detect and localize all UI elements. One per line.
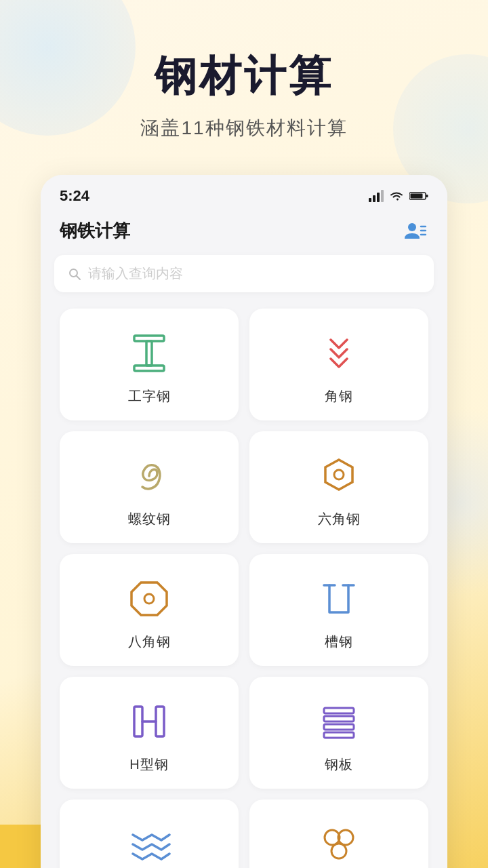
- search-icon: [68, 267, 81, 281]
- grid-item-gangban[interactable]: 钢板: [249, 677, 428, 789]
- svg-point-19: [144, 594, 154, 604]
- battery-icon: [409, 191, 428, 201]
- grid-item-jiaogang[interactable]: 角钢: [249, 309, 428, 420]
- svg-rect-1: [373, 195, 375, 202]
- oct-label: 八角钢: [128, 633, 171, 651]
- angle-label: 角钢: [325, 387, 353, 406]
- grid-item-bajiao[interactable]: 八角钢: [60, 554, 239, 666]
- grid-item-gongzugang[interactable]: 工字钢: [60, 309, 239, 420]
- svg-rect-23: [156, 707, 164, 736]
- grid-item-liujiao[interactable]: 六角钢: [249, 431, 428, 543]
- app-header: 钢铁计算: [41, 210, 447, 255]
- wifi-icon: [389, 191, 404, 201]
- items-grid: 工字钢 角钢 螺纹钢: [41, 303, 447, 868]
- status-bar: 5:24: [41, 175, 447, 210]
- signal-icon: [369, 190, 384, 202]
- seamless-pipe-icon: [314, 820, 363, 868]
- user-list-icon: [403, 221, 426, 240]
- oct-icon: [125, 574, 174, 623]
- status-time: 5:24: [60, 187, 89, 205]
- svg-point-17: [334, 470, 344, 479]
- grid-item-hxing[interactable]: H型钢: [60, 677, 239, 789]
- svg-point-7: [408, 223, 416, 231]
- svg-rect-27: [324, 724, 354, 730]
- svg-rect-28: [324, 732, 354, 738]
- phone-card: 5:24 钢铁计算: [41, 175, 447, 868]
- hex-icon: [314, 452, 363, 500]
- channel-label: 槽钢: [325, 633, 353, 651]
- svg-rect-15: [146, 341, 152, 366]
- svg-line-12: [77, 275, 81, 279]
- svg-rect-26: [324, 716, 354, 722]
- search-bar[interactable]: 请输入查询内容: [54, 255, 434, 292]
- grid-item-wufeng[interactable]: 无缝钢管: [249, 800, 428, 868]
- page-header: 钢材计算 涵盖11种钢铁材料计算: [0, 0, 488, 161]
- angle-icon: [314, 329, 363, 378]
- ibeam-label: 工字钢: [128, 387, 171, 406]
- plate-icon: [314, 697, 363, 746]
- app-header-title: 钢铁计算: [60, 219, 130, 243]
- plate-label: 钢板: [325, 755, 353, 774]
- svg-rect-6: [426, 195, 428, 197]
- page-title: 钢材计算: [27, 47, 461, 104]
- channel-icon: [314, 574, 363, 623]
- svg-rect-25: [324, 708, 354, 713]
- grid-item-luowengang[interactable]: 螺纹钢: [60, 431, 239, 543]
- status-icons: [369, 190, 428, 202]
- svg-rect-0: [369, 198, 371, 202]
- search-placeholder: 请输入查询内容: [88, 264, 420, 283]
- ibeam-icon: [125, 329, 174, 378]
- grid-item-caogang[interactable]: 槽钢: [249, 554, 428, 666]
- svg-rect-2: [377, 193, 380, 202]
- rebar-label: 螺纹钢: [128, 510, 171, 528]
- svg-marker-16: [325, 460, 352, 490]
- hbeam-label: H型钢: [129, 755, 168, 774]
- svg-rect-3: [381, 190, 384, 202]
- spiral-pipe-icon: [125, 820, 174, 868]
- user-list-button[interactable]: [401, 217, 428, 244]
- svg-rect-22: [134, 707, 142, 736]
- page-subtitle: 涵盖11种钢铁材料计算: [27, 115, 461, 141]
- svg-marker-18: [131, 583, 167, 615]
- grid-item-luoxuan[interactable]: 螺旋焊管: [60, 800, 239, 868]
- hbeam-icon: [125, 697, 174, 746]
- rebar-icon: [125, 452, 174, 500]
- hex-label: 六角钢: [318, 510, 361, 528]
- svg-rect-5: [411, 194, 423, 199]
- svg-point-31: [331, 844, 346, 859]
